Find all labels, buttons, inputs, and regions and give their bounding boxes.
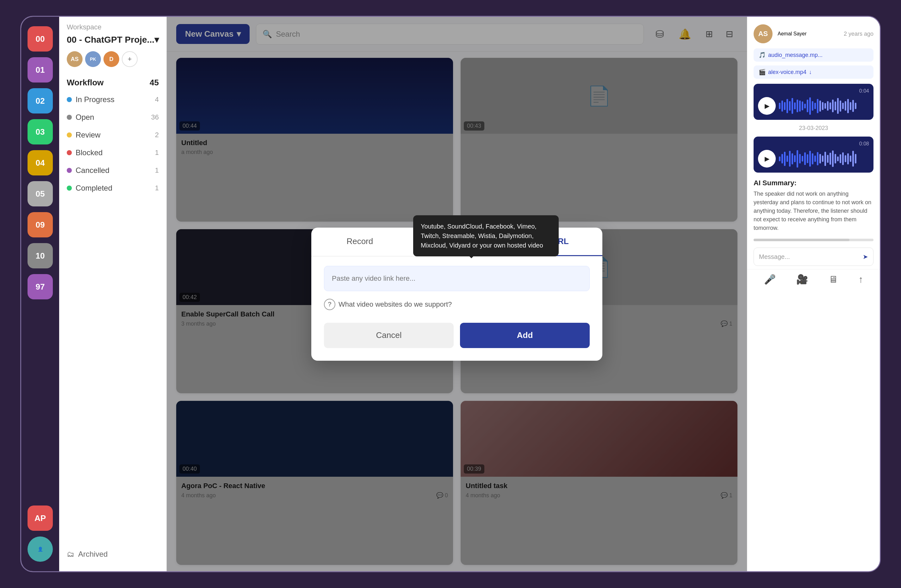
file-icon-rp2: 🎬 [759,68,765,76]
camera-icon[interactable]: 🎥 [796,274,808,285]
rail-item-00[interactable]: 00 [28,26,53,51]
add-button[interactable]: Add [460,323,590,348]
modal-body: Youtube, SoundCloud, Facebook, Vimeo, Tw… [311,266,602,310]
blocked-dot [67,150,72,155]
archive-icon: 🗂 [67,550,74,558]
chevron-down-icon: ▾ [154,34,159,45]
workflow-header: Workflow 45 [59,75,167,91]
play-button-2[interactable]: ▶ [758,150,776,168]
waveform-1 [779,96,856,115]
audio-row-1: ▶ [758,96,869,115]
rail-item-02[interactable]: 02 [28,88,53,114]
cancelled-dot [67,168,72,173]
completed-dot [67,185,72,191]
modal-overlay[interactable]: Record Upload By URL Youtube, SoundCloud… [167,17,747,571]
url-input-wrapper: Youtube, SoundCloud, Facebook, Vimeo, Tw… [324,266,590,291]
open-dot [67,115,72,120]
help-link[interactable]: ? What video websites do we support? [324,299,590,310]
rp-bottom-icons: 🎤 🎥 🖥 ↑ [747,269,880,289]
screen-share-icon[interactable]: 🖥 [829,274,838,285]
file-icon-rp1: 🎵 [759,51,765,59]
rp-time: 2 years ago [844,31,873,37]
rail-item-user[interactable]: 👤 [28,537,53,562]
right-panel: AS Aemal Sayer 2 years ago 🎵 audio_messa… [747,17,880,571]
play-button-1[interactable]: ▶ [758,97,776,115]
rp-file-chip-2[interactable]: 🎬 alex-voice.mp4 ↓ [754,65,873,79]
rail-item-03[interactable]: 03 [28,119,53,145]
download-icon: ↓ [809,69,812,76]
rail-item-04[interactable]: 04 [28,150,53,176]
rail-item-ap[interactable]: AP [28,506,53,531]
in-progress-dot [67,97,72,102]
avatar-pk: PK [85,51,101,67]
sidebar: Workspace 00 - ChatGPT Proje... ▾ AS PK … [59,17,167,571]
add-video-modal: Record Upload By URL Youtube, SoundCloud… [311,228,602,361]
rail-item-10[interactable]: 10 [28,243,53,268]
waveform-2 [779,149,856,168]
rail-item-97[interactable]: 97 [28,274,53,299]
sidebar-item-cancelled[interactable]: Cancelled 1 [59,162,167,179]
send-icon[interactable]: ➤ [863,253,868,260]
rail-item-05[interactable]: 05 [28,181,53,207]
sidebar-avatars: AS PK D + [59,51,167,75]
icon-rail: 00 01 02 03 04 05 09 10 97 AP 👤 [21,17,59,571]
review-dot [67,132,72,137]
url-input[interactable] [324,266,590,291]
sidebar-item-blocked[interactable]: Blocked 1 [59,144,167,162]
add-member-button[interactable]: + [122,51,138,67]
tab-record[interactable]: Record [311,228,408,256]
share-icon[interactable]: ↑ [859,274,864,285]
avatar-dm: D [103,51,119,67]
rp-message-input[interactable]: Message... ➤ [754,247,873,266]
audio-row-2: ▶ [758,149,869,168]
rp-scrollbar-thumb [754,239,850,241]
rail-item-09[interactable]: 09 [28,212,53,237]
rp-username: Aemal Sayer [778,31,807,37]
rp-summary: AI Summary: The speaker did not work on … [747,176,880,235]
rp-scrollbar[interactable] [754,239,873,241]
sidebar-item-review[interactable]: Review 2 [59,126,167,144]
rail-item-01[interactable]: 01 [28,57,53,82]
microphone-icon[interactable]: 🎤 [764,274,776,285]
rp-date: 23-03-2023 [747,125,880,132]
cancel-button[interactable]: Cancel [324,323,454,348]
avatar-as: AS [67,51,83,67]
audio-player-2: 0:08 ▶ [754,137,873,173]
archived-item[interactable]: 🗂 Archived [59,543,167,565]
rp-avatar: AS [754,24,773,43]
workspace-label: Workspace [59,23,167,34]
rp-file-chip-1[interactable]: 🎵 audio_message.mp... [754,48,873,62]
rp-user-row: AS Aemal Sayer 2 years ago [747,17,880,47]
help-icon: ? [324,299,335,310]
modal-actions: Cancel Add [311,323,602,348]
sidebar-item-in-progress[interactable]: In Progress 4 [59,91,167,109]
tooltip: Youtube, SoundCloud, Facebook, Vimeo, Tw… [413,215,559,257]
project-name[interactable]: 00 - ChatGPT Proje... ▾ [59,34,167,51]
main-content: New Canvas ▾ 🔍 Search ⛁ 🔔 ⊞ ⊟ [167,17,747,571]
audio-player-1: 0:04 ▶ [754,84,873,120]
sidebar-item-open[interactable]: Open 36 [59,109,167,126]
sidebar-item-completed[interactable]: Completed 1 [59,179,167,197]
